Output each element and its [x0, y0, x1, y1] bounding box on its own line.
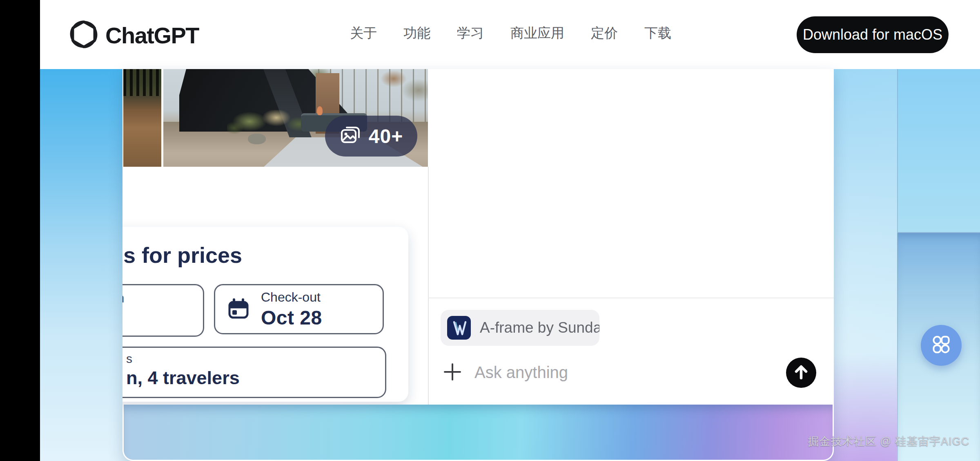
check-out-field[interactable]: Check-out Oct 28 [214, 284, 384, 334]
main-nav: 关于 功能 学习 商业应用 定价 下载 [350, 24, 671, 43]
send-button[interactable] [786, 358, 816, 388]
left-edge-bar [0, 0, 40, 461]
photo-count-label: 40+ [369, 125, 403, 148]
nav-item-learn[interactable]: 学习 [457, 24, 484, 43]
right-window-header [897, 69, 980, 232]
nav-item-features[interactable]: 功能 [403, 24, 430, 43]
chat-input[interactable] [474, 358, 753, 386]
travel-search-card: s for prices n Check-out Oct 28 [122, 227, 408, 402]
header: ChatGPT 关于 功能 学习 商业应用 定价 下载 Download for… [0, 0, 980, 69]
vrbo-icon [447, 316, 471, 340]
check-out-value: Oct 28 [261, 307, 322, 329]
check-out-label: Check-out [261, 290, 322, 305]
nav-item-about[interactable]: 关于 [350, 24, 377, 43]
plus-icon[interactable] [443, 362, 462, 382]
check-in-label: n [122, 291, 124, 306]
photos-icon [339, 124, 361, 148]
travelers-value: n, 4 travelers [126, 367, 240, 389]
apps-grid-icon [929, 332, 954, 359]
download-macos-button[interactable]: Download for macOS [797, 16, 949, 53]
calendar-icon [227, 298, 249, 321]
forest-photo-region [123, 69, 161, 96]
source-chip[interactable]: A-frame by Sunday Ri [441, 310, 599, 346]
page: ChatGPT 关于 功能 学习 商业应用 定价 下载 Download for… [0, 0, 980, 461]
rock-photo-region [248, 134, 266, 144]
panel-footer-gradient [124, 405, 833, 460]
listing-photo-secondary[interactable] [123, 69, 161, 167]
source-chip-label: A-frame by Sunday Ri [480, 319, 599, 336]
nav-item-download[interactable]: 下载 [644, 24, 671, 43]
card-title: s for prices [123, 242, 242, 268]
right-partial-window [897, 69, 980, 461]
person-photo-region [317, 106, 323, 115]
nav-item-pricing[interactable]: 定价 [591, 24, 618, 43]
chat-top-divider [428, 298, 834, 298]
brand-wordmark: ChatGPT [105, 22, 199, 49]
travelers-label: s [126, 352, 132, 366]
openai-flower-icon [69, 19, 99, 51]
check-in-field[interactable]: n [122, 284, 204, 337]
apps-grid-button[interactable] [921, 325, 962, 366]
travelers-field[interactable]: s n, 4 travelers [122, 347, 386, 398]
demo-panel: 40+ s for prices n [122, 69, 834, 461]
nav-item-business[interactable]: 商业应用 [510, 24, 564, 43]
watermark-text: 掘金技术社区 @ 硅基宙宇AIGC [808, 434, 969, 449]
panel-vertical-divider [428, 167, 429, 405]
photo-count-badge[interactable]: 40+ [325, 116, 417, 157]
brand-logo[interactable]: ChatGPT [69, 20, 199, 51]
arrow-up-icon [786, 357, 816, 389]
